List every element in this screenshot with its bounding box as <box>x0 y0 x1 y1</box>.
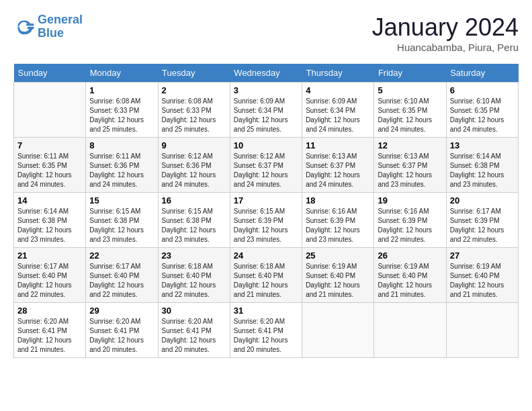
day-info: Sunrise: 6:12 AM Sunset: 6:37 PM Dayligh… <box>234 152 298 189</box>
day-number: 18 <box>306 195 370 205</box>
day-number: 8 <box>89 140 154 150</box>
month-title: January 2024 <box>372 13 519 42</box>
calendar-week-row: 28Sunrise: 6:20 AM Sunset: 6:41 PM Dayli… <box>14 303 519 358</box>
day-number: 31 <box>234 306 298 316</box>
day-info: Sunrise: 6:15 AM Sunset: 6:38 PM Dayligh… <box>162 207 226 244</box>
day-number: 2 <box>162 85 226 95</box>
day-number: 9 <box>162 140 226 150</box>
day-info: Sunrise: 6:17 AM Sunset: 6:40 PM Dayligh… <box>89 262 154 300</box>
day-info: Sunrise: 6:09 AM Sunset: 6:34 PM Dayligh… <box>306 97 370 134</box>
day-info: Sunrise: 6:14 AM Sunset: 6:38 PM Dayligh… <box>17 207 82 244</box>
day-number: 26 <box>378 250 442 261</box>
calendar-cell: 28Sunrise: 6:20 AM Sunset: 6:41 PM Dayli… <box>14 303 86 358</box>
day-info: Sunrise: 6:19 AM Sunset: 6:40 PM Dayligh… <box>450 262 515 300</box>
day-number: 1 <box>89 85 154 95</box>
day-info: Sunrise: 6:11 AM Sunset: 6:35 PM Dayligh… <box>17 152 82 189</box>
calendar-cell: 3Sunrise: 6:09 AM Sunset: 6:34 PM Daylig… <box>230 83 302 138</box>
day-info: Sunrise: 6:08 AM Sunset: 6:33 PM Dayligh… <box>89 97 154 134</box>
calendar-cell: 26Sunrise: 6:19 AM Sunset: 6:40 PM Dayli… <box>374 248 446 303</box>
day-info: Sunrise: 6:13 AM Sunset: 6:37 PM Dayligh… <box>378 152 442 189</box>
day-number: 29 <box>89 306 154 316</box>
calendar-cell: 11Sunrise: 6:13 AM Sunset: 6:37 PM Dayli… <box>302 138 374 193</box>
page-header: General Blue January 2024 Huancabamba, P… <box>13 13 519 53</box>
day-info: Sunrise: 6:15 AM Sunset: 6:38 PM Dayligh… <box>89 207 154 244</box>
title-block: January 2024 Huancabamba, Piura, Peru <box>372 13 519 53</box>
calendar-cell: 16Sunrise: 6:15 AM Sunset: 6:38 PM Dayli… <box>158 193 230 248</box>
calendar-cell: 15Sunrise: 6:15 AM Sunset: 6:38 PM Dayli… <box>86 193 158 248</box>
day-number: 15 <box>89 195 154 205</box>
col-tuesday: Tuesday <box>158 64 230 83</box>
calendar-week-row: 1Sunrise: 6:08 AM Sunset: 6:33 PM Daylig… <box>14 83 519 138</box>
logo: General Blue <box>13 13 83 40</box>
day-number: 14 <box>17 195 82 205</box>
calendar-cell: 6Sunrise: 6:10 AM Sunset: 6:35 PM Daylig… <box>446 83 518 138</box>
calendar-cell <box>446 303 518 358</box>
day-number: 7 <box>17 140 82 150</box>
calendar-cell: 9Sunrise: 6:12 AM Sunset: 6:36 PM Daylig… <box>158 138 230 193</box>
calendar-cell: 12Sunrise: 6:13 AM Sunset: 6:37 PM Dayli… <box>374 138 446 193</box>
calendar-cell <box>374 303 446 358</box>
calendar-cell: 30Sunrise: 6:20 AM Sunset: 6:41 PM Dayli… <box>158 303 230 358</box>
col-sunday: Sunday <box>14 64 86 83</box>
day-info: Sunrise: 6:09 AM Sunset: 6:34 PM Dayligh… <box>234 97 298 134</box>
day-number: 22 <box>89 250 154 261</box>
logo-icon <box>13 16 35 38</box>
day-info: Sunrise: 6:20 AM Sunset: 6:41 PM Dayligh… <box>162 317 226 355</box>
col-saturday: Saturday <box>446 64 518 83</box>
calendar-cell: 25Sunrise: 6:19 AM Sunset: 6:40 PM Dayli… <box>302 248 374 303</box>
day-info: Sunrise: 6:18 AM Sunset: 6:40 PM Dayligh… <box>162 262 226 300</box>
day-number: 19 <box>378 195 442 205</box>
day-number: 23 <box>162 250 226 261</box>
day-number: 10 <box>234 140 298 150</box>
day-info: Sunrise: 6:20 AM Sunset: 6:41 PM Dayligh… <box>89 317 154 355</box>
calendar-cell: 4Sunrise: 6:09 AM Sunset: 6:34 PM Daylig… <box>302 83 374 138</box>
calendar-cell: 5Sunrise: 6:10 AM Sunset: 6:35 PM Daylig… <box>374 83 446 138</box>
calendar-header-row: Sunday Monday Tuesday Wednesday Thursday… <box>14 64 519 83</box>
day-number: 21 <box>17 250 82 261</box>
col-monday: Monday <box>86 64 158 83</box>
day-info: Sunrise: 6:16 AM Sunset: 6:39 PM Dayligh… <box>378 207 442 244</box>
calendar-cell: 21Sunrise: 6:17 AM Sunset: 6:40 PM Dayli… <box>14 248 86 303</box>
day-info: Sunrise: 6:20 AM Sunset: 6:41 PM Dayligh… <box>17 317 82 355</box>
calendar-cell: 20Sunrise: 6:17 AM Sunset: 6:39 PM Dayli… <box>446 193 518 248</box>
calendar-week-row: 21Sunrise: 6:17 AM Sunset: 6:40 PM Dayli… <box>14 248 519 303</box>
calendar-cell: 19Sunrise: 6:16 AM Sunset: 6:39 PM Dayli… <box>374 193 446 248</box>
day-number: 13 <box>450 140 515 150</box>
day-info: Sunrise: 6:18 AM Sunset: 6:40 PM Dayligh… <box>234 262 298 300</box>
day-number: 24 <box>234 250 298 261</box>
calendar-cell: 18Sunrise: 6:16 AM Sunset: 6:39 PM Dayli… <box>302 193 374 248</box>
day-number: 6 <box>450 85 515 95</box>
calendar-week-row: 14Sunrise: 6:14 AM Sunset: 6:38 PM Dayli… <box>14 193 519 248</box>
day-info: Sunrise: 6:19 AM Sunset: 6:40 PM Dayligh… <box>306 262 370 300</box>
calendar-cell: 13Sunrise: 6:14 AM Sunset: 6:38 PM Dayli… <box>446 138 518 193</box>
calendar-cell: 1Sunrise: 6:08 AM Sunset: 6:33 PM Daylig… <box>86 83 158 138</box>
calendar-cell: 17Sunrise: 6:15 AM Sunset: 6:39 PM Dayli… <box>230 193 302 248</box>
calendar-cell: 14Sunrise: 6:14 AM Sunset: 6:38 PM Dayli… <box>14 193 86 248</box>
day-number: 12 <box>378 140 442 150</box>
calendar-week-row: 7Sunrise: 6:11 AM Sunset: 6:35 PM Daylig… <box>14 138 519 193</box>
day-info: Sunrise: 6:14 AM Sunset: 6:38 PM Dayligh… <box>450 152 515 189</box>
day-info: Sunrise: 6:15 AM Sunset: 6:39 PM Dayligh… <box>234 207 298 244</box>
day-number: 30 <box>162 306 226 316</box>
logo-text: General Blue <box>38 13 83 40</box>
calendar-cell: 22Sunrise: 6:17 AM Sunset: 6:40 PM Dayli… <box>86 248 158 303</box>
day-info: Sunrise: 6:16 AM Sunset: 6:39 PM Dayligh… <box>306 207 370 244</box>
col-wednesday: Wednesday <box>230 64 302 83</box>
calendar-cell: 24Sunrise: 6:18 AM Sunset: 6:40 PM Dayli… <box>230 248 302 303</box>
day-info: Sunrise: 6:10 AM Sunset: 6:35 PM Dayligh… <box>450 97 515 134</box>
calendar-cell: 2Sunrise: 6:08 AM Sunset: 6:33 PM Daylig… <box>158 83 230 138</box>
day-info: Sunrise: 6:17 AM Sunset: 6:39 PM Dayligh… <box>450 207 515 244</box>
day-number: 3 <box>234 85 298 95</box>
calendar-cell: 23Sunrise: 6:18 AM Sunset: 6:40 PM Dayli… <box>158 248 230 303</box>
calendar-cell <box>14 83 86 138</box>
day-info: Sunrise: 6:08 AM Sunset: 6:33 PM Dayligh… <box>162 97 226 134</box>
day-number: 5 <box>378 85 442 95</box>
calendar-cell: 29Sunrise: 6:20 AM Sunset: 6:41 PM Dayli… <box>86 303 158 358</box>
day-info: Sunrise: 6:17 AM Sunset: 6:40 PM Dayligh… <box>17 262 82 300</box>
day-number: 27 <box>450 250 515 261</box>
day-info: Sunrise: 6:20 AM Sunset: 6:41 PM Dayligh… <box>234 317 298 355</box>
day-number: 28 <box>17 306 82 316</box>
calendar-cell <box>302 303 374 358</box>
day-info: Sunrise: 6:13 AM Sunset: 6:37 PM Dayligh… <box>306 152 370 189</box>
day-number: 20 <box>450 195 515 205</box>
